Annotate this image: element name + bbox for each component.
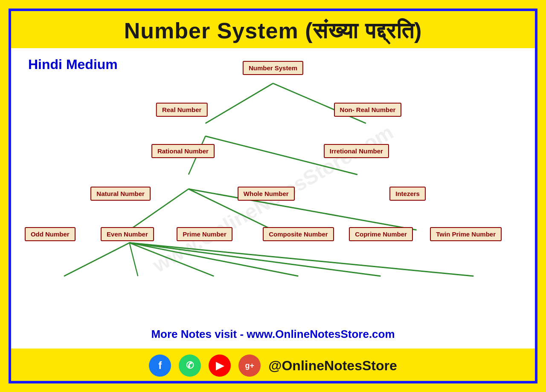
node-rational-number: Rational Number: [151, 144, 215, 158]
svg-line-8: [129, 243, 138, 276]
node-irrational-number: Irretional Number: [324, 144, 389, 158]
googleplus-icon[interactable]: g+: [238, 355, 261, 377]
svg-line-9: [129, 243, 214, 276]
whatsapp-icon[interactable]: ✆: [179, 355, 201, 377]
svg-line-0: [206, 84, 273, 124]
facebook-icon[interactable]: f: [149, 355, 171, 377]
header: Number System (संख्या पद्द्रति): [11, 11, 535, 48]
main-content: Hindi Medium www.OnlineNotesStore.com: [11, 48, 535, 349]
outer-container: Number System (संख्या पद्द्रति) Hindi Me…: [9, 9, 537, 383]
svg-line-10: [129, 243, 298, 276]
node-intezers: Intezers: [389, 187, 426, 201]
node-natural-number: Natural Number: [90, 187, 151, 201]
svg-line-11: [129, 243, 380, 276]
more-notes-text: More Notes visit - www.OnlineNotesStore.…: [20, 323, 526, 344]
page-title: Number System (संख्या पद्द्रति): [24, 19, 522, 43]
svg-line-6: [189, 189, 417, 230]
node-even-number: Even Number: [101, 227, 154, 241]
node-non-real-number: Non- Real Number: [334, 103, 402, 117]
footer: f ✆ ▶ g+ @OnlineNotesStore: [11, 349, 535, 381]
node-real-number: Real Number: [156, 103, 208, 117]
social-handle: @OnlineNotesStore: [268, 358, 397, 374]
svg-line-12: [129, 243, 473, 276]
node-whole-number: Whole Number: [238, 187, 295, 201]
node-odd-number: Odd Number: [25, 227, 76, 241]
node-twin-prime-number: Twin Prime Number: [430, 227, 502, 241]
node-prime-number: Prime Number: [177, 227, 232, 241]
node-coprime-number: Coprime Number: [349, 227, 413, 241]
youtube-icon[interactable]: ▶: [209, 355, 231, 377]
node-number-system: Number System: [243, 61, 303, 75]
svg-line-7: [64, 243, 129, 276]
node-composite-number: Composite Number: [263, 227, 334, 241]
tree-diagram: Number System Real Number Non- Real Numb…: [20, 57, 526, 323]
